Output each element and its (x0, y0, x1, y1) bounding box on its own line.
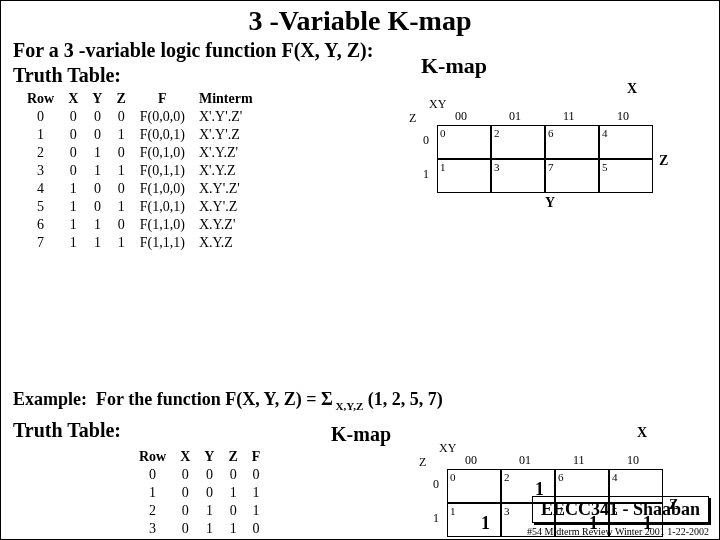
tt1-hdr-row: Row (21, 91, 60, 107)
tt2-cell: 0 (174, 521, 196, 537)
tt1-hdr-f: F (134, 91, 191, 107)
kmap-cell-index: 0 (440, 127, 446, 139)
tt2-cell: 0 (174, 503, 196, 519)
kmap2-Z: Z (419, 455, 426, 470)
tt2-cell: 1 (198, 503, 220, 519)
tt1-cell: F(1,1,1) (134, 235, 191, 251)
tt2-cell: 0 (133, 467, 172, 483)
tt1-cell: F(1,0,0) (134, 181, 191, 197)
kmap1-Z: Z (409, 111, 416, 126)
tt1-cell: X.Y'.Z' (193, 181, 259, 197)
tt2-cell: 1 (222, 521, 243, 537)
kmap-cell-index: 1 (440, 161, 446, 173)
tt1-cell: 1 (62, 235, 84, 251)
tt1-cell: F(0,1,0) (134, 145, 191, 161)
kmap1-Zside: Z (659, 153, 668, 169)
tt1-cell: 0 (62, 127, 84, 143)
tt1-cell: 4 (21, 181, 60, 197)
tt2-cell: 2 (133, 503, 172, 519)
tt1-cell: X.Y.Z (193, 235, 259, 251)
kmap-row-label: 0 (433, 477, 439, 492)
tt1-cell: 0 (62, 145, 84, 161)
tt1-cell: 2 (21, 145, 60, 161)
tt1-hdr-z: Z (110, 91, 131, 107)
tt1-cell: 7 (21, 235, 60, 251)
tt1-cell: 0 (62, 109, 84, 125)
tt1-hdr-minterm: Minterm (193, 91, 259, 107)
kmap-cell-index: 4 (602, 127, 608, 139)
tt2-cell: 1 (198, 521, 220, 537)
tt1-cell: 1 (86, 217, 108, 233)
kmap-cell: 0 (447, 469, 501, 503)
kmap1-Y: Y (545, 195, 555, 211)
footer-meta: #54 Midterm Review Winter 2001 1-22-2002 (527, 526, 709, 537)
tt1-cell: 0 (21, 109, 60, 125)
kmap-cell: 4 (599, 125, 653, 159)
kmap-cell-index: 5 (602, 161, 608, 173)
tt1-hdr-y: Y (86, 91, 108, 107)
tt2-cell: 0 (174, 485, 196, 501)
tt1-cell: 1 (62, 217, 84, 233)
kmap1-XY: XY (429, 97, 446, 112)
kmap-title-2: K-map (331, 423, 391, 446)
example-sub: X,Y,Z (333, 400, 363, 412)
truth-table-2: Row X Y Z F 0000010011201013011041000510… (131, 447, 268, 540)
tt1-cell: 0 (110, 145, 131, 161)
tt1-cell: 1 (86, 235, 108, 251)
tt1-cell: 1 (86, 145, 108, 161)
tt1-cell: 0 (86, 127, 108, 143)
tt2-cell: 0 (246, 521, 267, 537)
kmap-col-label: 10 (617, 109, 629, 124)
tt2-cell: 1 (246, 503, 267, 519)
tt1-cell: 1 (86, 163, 108, 179)
tt1-cell: F(1,0,1) (134, 199, 191, 215)
example-prefix: Example: For the function F(X, Y, Z) = Σ (13, 389, 333, 409)
tt1-cell: F(0,0,0) (134, 109, 191, 125)
kmap-row-label: 1 (433, 511, 439, 526)
tt2-cell: 1 (222, 485, 243, 501)
tt1-hdr-x: X (62, 91, 84, 107)
tt1-cell: F(0,1,1) (134, 163, 191, 179)
tt2-hdr-z: Z (222, 449, 243, 465)
truth-table-label-1: Truth Table: (13, 64, 719, 87)
kmap-cell-index: 2 (494, 127, 500, 139)
page-title: 3 -Variable K-map (1, 5, 719, 37)
kmap-col-label: 01 (519, 453, 531, 468)
kmap-cell: 6 (545, 125, 599, 159)
tt1-cell: 1 (62, 181, 84, 197)
kmap-cell-value: 1 (481, 513, 490, 534)
kmap-cell: 1 (437, 159, 491, 193)
kmap-cell: 3 (491, 159, 545, 193)
tt2-cell: 0 (246, 467, 267, 483)
kmap-col-label: 00 (455, 109, 467, 124)
example-text: Example: For the function F(X, Y, Z) = Σ… (13, 389, 443, 412)
tt1-cell: 0 (110, 217, 131, 233)
tt2-hdr-x: X (174, 449, 196, 465)
kmap2-X: X (637, 425, 647, 441)
tt1-cell: 1 (62, 199, 84, 215)
kmap-cell-index: 6 (548, 127, 554, 139)
tt1-cell: X'.Y.Z (193, 163, 259, 179)
tt1-cell: 1 (110, 235, 131, 251)
kmap-cell: 11 (447, 503, 501, 537)
tt1-cell: 3 (21, 163, 60, 179)
tt1-cell: 1 (110, 199, 131, 215)
tt1-cell: F(1,1,0) (134, 217, 191, 233)
tt1-cell: 0 (110, 181, 131, 197)
kmap-cell-index: 2 (504, 471, 510, 483)
tt1-cell: 1 (21, 127, 60, 143)
tt1-cell: 0 (86, 109, 108, 125)
tt1-cell: X.Y.Z' (193, 217, 259, 233)
tt1-cell: X'.Y'.Z' (193, 109, 259, 125)
tt2-cell: 0 (222, 467, 243, 483)
kmap-col-label: 00 (465, 453, 477, 468)
tt2-cell: 3 (133, 521, 172, 537)
kmap-cell-index: 1 (450, 505, 456, 517)
kmap-cell: 0 (437, 125, 491, 159)
tt1-cell: 0 (110, 109, 131, 125)
kmap1-X: X (627, 81, 637, 97)
kmap-cell: 2 (491, 125, 545, 159)
kmap-cell: 5 (599, 159, 653, 193)
tt1-cell: 5 (21, 199, 60, 215)
kmap-cell-index: 3 (504, 505, 510, 517)
